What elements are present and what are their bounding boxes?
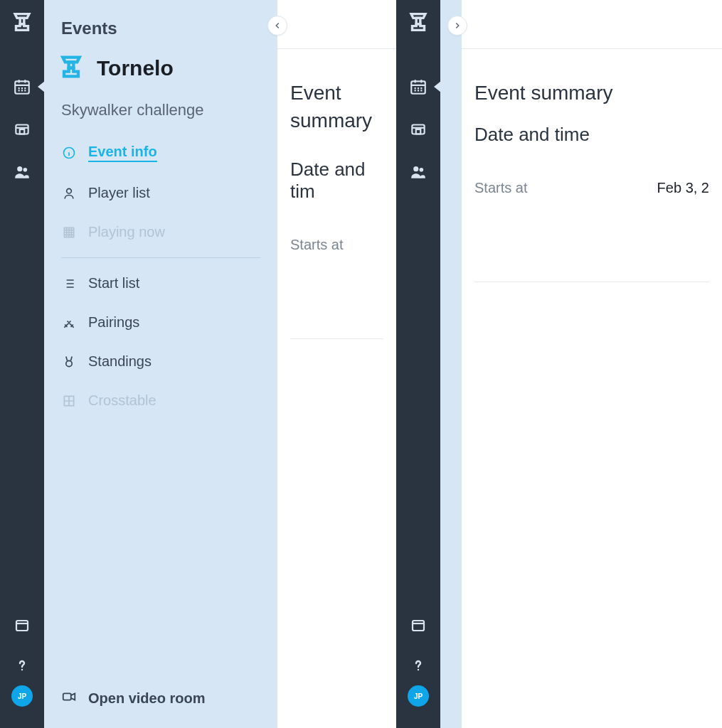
svg-rect-21 xyxy=(413,621,424,631)
svg-point-22 xyxy=(418,669,419,670)
svg-rect-3 xyxy=(20,129,25,134)
grid-icon xyxy=(61,394,77,408)
rail-players[interactable] xyxy=(396,151,440,193)
person-icon xyxy=(61,186,77,200)
info-icon xyxy=(61,146,77,160)
content-area: Event summary Date and time Starts at Fe… xyxy=(462,48,722,728)
medal-icon xyxy=(61,355,77,369)
section-title: Date and tim xyxy=(290,159,383,203)
svg-point-20 xyxy=(420,168,424,172)
divider xyxy=(290,338,383,339)
app-logo-icon[interactable] xyxy=(10,10,34,37)
video-icon xyxy=(61,689,77,708)
svg-rect-1 xyxy=(15,81,29,93)
list-icon xyxy=(61,277,77,291)
nav-label: Pairings xyxy=(88,314,139,331)
divider xyxy=(474,282,709,282)
svg-point-7 xyxy=(21,669,23,670)
rail-events[interactable] xyxy=(0,65,44,108)
sidebar: Events Tornelo Skywalker challenge Event… xyxy=(44,0,277,728)
sidebar-title: Events xyxy=(44,0,277,44)
org-logo-icon xyxy=(57,53,85,84)
rail-window-icon[interactable] xyxy=(396,606,440,646)
svg-point-10 xyxy=(67,188,72,193)
event-name: Skywalker challenge xyxy=(44,90,277,132)
avatar[interactable]: JP xyxy=(11,685,33,707)
svg-rect-14 xyxy=(63,693,71,700)
collapsed-sidebar xyxy=(440,0,462,728)
page-title: Event summary xyxy=(474,79,709,107)
app-logo-icon[interactable] xyxy=(406,10,430,37)
nav-label: Start list xyxy=(88,275,139,291)
section-title: Date and time xyxy=(474,124,709,146)
rail-window-icon[interactable] xyxy=(0,606,44,646)
nav-start-list[interactable]: Start list xyxy=(61,264,260,303)
svg-rect-16 xyxy=(411,81,425,93)
collapse-sidebar-button[interactable] xyxy=(267,16,287,36)
rail-organizations[interactable] xyxy=(396,108,440,151)
org-name[interactable]: Tornelo xyxy=(97,56,174,80)
rail-organizations[interactable] xyxy=(0,108,44,151)
page-title: Event summary xyxy=(290,79,383,134)
nav-rail: JP xyxy=(0,0,44,728)
open-video-room[interactable]: Open video room xyxy=(61,689,260,708)
nav-rail: JP xyxy=(396,0,440,728)
board-icon xyxy=(61,225,77,240)
rail-events[interactable] xyxy=(396,65,440,108)
nav-event-info[interactable]: Event info xyxy=(61,132,260,173)
rail-players[interactable] xyxy=(0,151,44,193)
expand-sidebar-button[interactable] xyxy=(447,16,467,36)
swords-icon xyxy=(61,316,77,330)
content-area: Event summary Date and tim Starts at xyxy=(277,48,396,728)
nav-standings[interactable]: Standings xyxy=(61,342,260,381)
nav-label: Standings xyxy=(88,353,152,370)
starts-at-value: Feb 3, 2 xyxy=(657,180,709,196)
nav-playing-now: Playing now xyxy=(61,213,260,252)
nav-label: Crosstable xyxy=(88,392,156,409)
svg-point-19 xyxy=(413,166,418,171)
nav-crosstable: Crosstable xyxy=(61,381,260,420)
rail-help-icon[interactable] xyxy=(0,646,44,685)
starts-at-label: Starts at xyxy=(474,180,527,196)
avatar[interactable]: JP xyxy=(408,685,429,707)
nav-label: Event info xyxy=(88,144,157,162)
svg-point-4 xyxy=(17,166,22,171)
svg-rect-18 xyxy=(416,129,421,134)
svg-point-12 xyxy=(66,360,72,366)
svg-point-5 xyxy=(23,168,28,172)
nav-player-list[interactable]: Player list xyxy=(61,173,260,213)
open-video-label: Open video room xyxy=(88,690,205,707)
nav-divider xyxy=(61,257,260,258)
rail-help-icon[interactable] xyxy=(396,646,440,685)
svg-rect-6 xyxy=(16,621,28,631)
nav-pairings[interactable]: Pairings xyxy=(61,303,260,342)
nav-label: Playing now xyxy=(88,224,165,240)
starts-at-label: Starts at xyxy=(290,237,343,253)
nav-label: Player list xyxy=(88,185,150,201)
